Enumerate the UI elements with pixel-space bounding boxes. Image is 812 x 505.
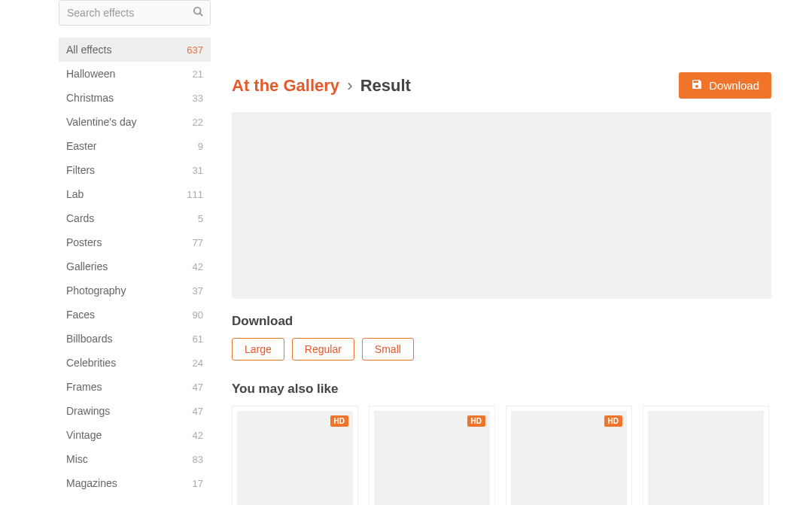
hd-badge: HD	[467, 415, 485, 427]
search-input[interactable]	[59, 1, 210, 25]
size-small-button[interactable]: Small	[362, 338, 414, 360]
category-label: Posters	[66, 236, 102, 248]
category-item[interactable]: Easter9	[59, 134, 211, 158]
svg-point-0	[194, 8, 201, 14]
sidebar: All effects637Halloween21Christmas33Vale…	[0, 0, 211, 505]
category-count: 61	[193, 333, 203, 345]
also-like-label: You may also like	[232, 382, 771, 397]
category-label: Cards	[66, 212, 94, 224]
category-count: 24	[193, 357, 203, 369]
hd-badge: HD	[604, 415, 622, 427]
search-icon[interactable]	[193, 6, 204, 20]
category-count: 21	[193, 68, 203, 80]
category-item[interactable]: Vintage42	[59, 423, 211, 447]
category-label: Celebrities	[66, 357, 116, 369]
category-item[interactable]: Faces90	[59, 303, 211, 327]
breadcrumb-current: Result	[360, 76, 411, 95]
hd-badge: HD	[330, 415, 348, 427]
like-card[interactable]	[643, 406, 769, 505]
size-large-button[interactable]: Large	[232, 338, 284, 360]
category-count: 83	[193, 454, 203, 465]
search-box	[59, 0, 211, 26]
download-section-label: Download	[232, 314, 771, 329]
breadcrumb: At the Gallery › Result	[232, 76, 411, 96]
category-item[interactable]: Frames47	[59, 375, 211, 399]
category-label: Christmas	[66, 92, 114, 104]
category-item[interactable]: Christmas33	[59, 86, 211, 110]
category-count: 9	[198, 141, 203, 152]
category-count: 77	[193, 237, 203, 248]
category-list: All effects637Halloween21Christmas33Vale…	[59, 38, 211, 495]
category-label: Filters	[66, 164, 95, 176]
category-item[interactable]: Drawings47	[59, 399, 211, 423]
category-label: Valentine's day	[66, 116, 136, 128]
category-count: 637	[187, 44, 203, 56]
category-label: Photography	[66, 284, 126, 297]
category-label: Lab	[66, 188, 84, 200]
category-label: Misc	[66, 453, 88, 465]
category-item[interactable]: Halloween21	[59, 62, 211, 86]
category-label: Billboards	[66, 333, 112, 345]
category-count: 37	[193, 285, 203, 297]
category-label: Frames	[66, 381, 102, 393]
category-item[interactable]: Valentine's day22	[59, 110, 211, 134]
category-item[interactable]: Misc83	[59, 447, 211, 471]
category-count: 17	[193, 478, 203, 489]
category-count: 90	[193, 309, 203, 321]
header-row: At the Gallery › Result Download	[232, 72, 771, 99]
like-card[interactable]: HD	[232, 406, 358, 505]
category-item[interactable]: Magazines17	[59, 471, 211, 495]
result-image	[232, 112, 771, 299]
category-count: 31	[193, 165, 203, 176]
category-label: Galleries	[66, 260, 108, 272]
like-thumbnail	[648, 411, 764, 505]
category-item[interactable]: Celebrities24	[59, 351, 211, 375]
main-content: At the Gallery › Result Download Downloa…	[211, 0, 812, 505]
size-regular-button[interactable]: Regular	[292, 338, 354, 360]
save-icon	[691, 78, 703, 93]
category-item[interactable]: Posters77	[59, 230, 211, 254]
category-count: 22	[193, 117, 203, 128]
category-count: 47	[193, 406, 203, 417]
category-item[interactable]: Photography37	[59, 278, 211, 303]
category-item[interactable]: Billboards61	[59, 327, 211, 351]
svg-line-1	[199, 13, 202, 16]
category-item[interactable]: All effects637	[59, 38, 211, 62]
category-count: 33	[193, 93, 203, 104]
category-label: Easter	[66, 140, 96, 152]
download-button[interactable]: Download	[679, 72, 771, 99]
category-item[interactable]: Galleries42	[59, 254, 211, 278]
download-button-label: Download	[709, 79, 759, 92]
category-item[interactable]: Cards5	[59, 206, 211, 230]
category-label: All effects	[66, 44, 111, 56]
like-grid: HDHDHD	[232, 406, 771, 505]
category-label: Vintage	[66, 429, 102, 441]
breadcrumb-separator: ›	[347, 76, 352, 95]
like-card[interactable]: HD	[369, 406, 495, 505]
category-label: Magazines	[66, 477, 117, 489]
category-item[interactable]: Lab111	[59, 182, 211, 206]
category-item[interactable]: Filters31	[59, 158, 211, 182]
category-label: Faces	[66, 309, 95, 321]
category-count: 42	[193, 430, 203, 441]
category-count: 111	[187, 189, 203, 200]
breadcrumb-link[interactable]: At the Gallery	[232, 76, 339, 95]
category-count: 42	[193, 261, 203, 272]
size-options: Large Regular Small	[232, 338, 771, 360]
category-count: 5	[198, 213, 203, 224]
category-label: Halloween	[66, 68, 115, 80]
category-label: Drawings	[66, 405, 110, 417]
ad-space	[232, 0, 771, 72]
like-card[interactable]: HD	[506, 406, 632, 505]
category-count: 47	[193, 382, 203, 393]
